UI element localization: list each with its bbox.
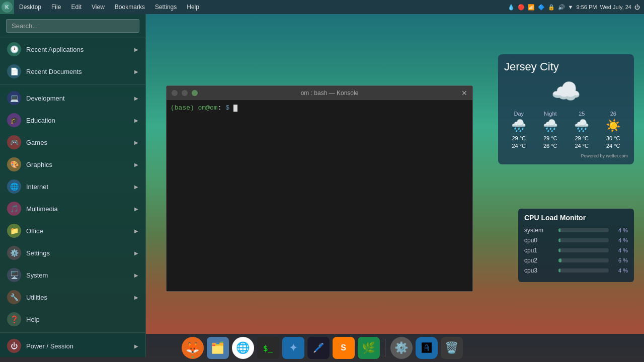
games-label: Games	[26, 139, 134, 146]
dropdown-icon[interactable]: ▼	[568, 4, 574, 10]
games-icon: 🎮	[7, 135, 21, 149]
dock-icon-settings[interactable]: ⚙️	[390, 337, 413, 359]
recent-apps-label: Recent Applications	[26, 46, 134, 53]
konsole-prompt-host: om	[210, 104, 218, 112]
cpu-row-cpu0: cpu0 4 %	[524, 237, 628, 244]
recent-docs-arrow: ▶	[134, 69, 138, 74]
menu-item-recent-docs[interactable]: 📄 Recent Documents ▶	[0, 60, 145, 82]
internet-arrow: ▶	[134, 184, 138, 190]
cpu-row-cpu2: cpu2 6 %	[524, 257, 628, 264]
window-maximize-button[interactable]	[192, 90, 198, 96]
dock-icon-firefox[interactable]: 🦊	[182, 337, 204, 359]
cpu-row-system: system 4 %	[524, 227, 628, 234]
dock-separator	[385, 339, 385, 357]
multimedia-arrow: ▶	[134, 206, 138, 212]
weather-day-0-icon: 🌧️	[504, 119, 534, 133]
system-icon: 🖥️	[7, 268, 21, 282]
weather-day-1-icon: 🌧️	[536, 119, 566, 133]
search-input[interactable]	[6, 19, 139, 33]
konsole-prompt-base: (base)	[171, 104, 198, 112]
kde-logo[interactable]: K	[0, 0, 14, 14]
dock-icon-files[interactable]: 🗂️	[207, 337, 229, 359]
menu-item-settings[interactable]: ⚙️ Settings ▶	[0, 242, 145, 264]
konsole-body[interactable]: (base) om@om: $	[167, 100, 472, 291]
cpu-monitor-widget: CPU Load Monitor system 4 % cpu0 4 % cpu…	[518, 209, 634, 282]
menu-item-development[interactable]: 💻 Development ▶	[0, 87, 145, 109]
cpu-bar-system	[558, 228, 560, 232]
search-bar	[0, 14, 145, 38]
graphics-icon: 🎨	[7, 157, 21, 171]
menu-item-help[interactable]: ❓ Help	[0, 308, 145, 330]
help-icon: ❓	[7, 312, 21, 326]
power-off-icon[interactable]: ⏻	[634, 4, 640, 10]
development-arrow: ▶	[134, 96, 138, 101]
power-session-icon: ⏻	[7, 339, 21, 353]
internet-icon: 🌐	[7, 179, 21, 194]
konsole-prompt-user: om	[198, 104, 206, 112]
window-close-button[interactable]	[172, 90, 178, 96]
menu-item-system[interactable]: 🖥️ System ▶	[0, 264, 145, 286]
menu-item-view[interactable]: View	[87, 0, 110, 14]
menu-item-help[interactable]: Help	[182, 0, 204, 14]
graphics-arrow: ▶	[134, 162, 138, 167]
system-arrow: ▶	[134, 273, 138, 278]
menu-item-bookmarks[interactable]: Bookmarks	[110, 0, 150, 14]
graphics-label: Graphics	[26, 161, 134, 168]
dock-icon-chrome[interactable]: 🌐	[232, 337, 254, 359]
power-icon[interactable]: 🔴	[518, 4, 525, 11]
menu-item-edit[interactable]: Edit	[66, 0, 87, 14]
weather-widget: Jersey City ☁️ Day 🌧️ 29 °C24 °C Night 🌧…	[498, 54, 634, 164]
menu-item-recent-apps[interactable]: 🕐 Recent Applications ▶	[0, 38, 145, 60]
clock: 9:56 PM	[576, 4, 597, 10]
menu-item-internet[interactable]: 🌐 Internet ▶	[0, 175, 145, 198]
wifi-icon[interactable]: 📶	[528, 4, 535, 11]
help-label: Help	[26, 316, 138, 323]
konsole-prompt-sep: :	[218, 104, 226, 112]
settings-icon: ⚙️	[7, 246, 21, 260]
dock-icon-pycharm[interactable]: 🖊️	[307, 337, 330, 359]
start-menu: 🕐 Recent Applications ▶ 📄 Recent Documen…	[0, 14, 146, 357]
menu-item-multimedia[interactable]: 🎵 Multimedia ▶	[0, 198, 145, 220]
office-icon: 📁	[7, 224, 21, 238]
dock-icon-sourcetree[interactable]: 🌿	[358, 337, 380, 359]
cpu-bar-cpu2	[558, 258, 561, 262]
utilities-icon: 🔧	[7, 290, 21, 304]
menu-item-utilities[interactable]: 🔧 Utilities ▶	[0, 286, 145, 308]
network-icon[interactable]: 💧	[508, 4, 515, 11]
konsole-close-icon[interactable]: ✕	[461, 89, 467, 97]
lock-icon[interactable]: 🔒	[548, 4, 555, 11]
weather-day-2: 25 🌧️ 29 °C24 °C	[567, 111, 597, 150]
weather-day-3-temp: 30 °C24 °C	[599, 135, 628, 150]
date: Wed July, 24	[600, 4, 631, 10]
dock-icon-vscode[interactable]: ✦	[282, 337, 304, 359]
utilities-label: Utilities	[26, 294, 134, 301]
taskbar-top: K Desktop File Edit View Bookmarks Setti…	[0, 0, 644, 14]
weather-day-3: 26 ☀️ 30 °C24 °C	[599, 111, 628, 150]
weather-day-0: Day 🌧️ 29 °C24 °C	[504, 111, 534, 150]
dock-icon-trash[interactable]: 🗑️	[441, 337, 463, 359]
weather-day-0-label: Day	[504, 111, 534, 117]
menu-item-settings[interactable]: Settings	[150, 0, 182, 14]
cpu-bar-cpu2-container	[558, 258, 609, 262]
menu-item-file[interactable]: File	[46, 0, 66, 14]
dock-icon-appstore[interactable]: 🅰	[416, 337, 438, 359]
menu-item-office[interactable]: 📁 Office ▶	[0, 220, 145, 242]
cpu-pct-cpu0: 4 %	[613, 237, 628, 243]
weather-day-2-icon: 🌧️	[567, 119, 597, 133]
menu-item-games[interactable]: 🎮 Games ▶	[0, 131, 145, 153]
window-minimize-button[interactable]	[182, 90, 188, 96]
dock-icon-sublime[interactable]: S	[333, 337, 355, 359]
menu-item-education[interactable]: 🎓 Education ▶	[0, 109, 145, 131]
menu-item-graphics[interactable]: 🎨 Graphics ▶	[0, 153, 145, 175]
settings-arrow: ▶	[134, 250, 138, 256]
cpu-label-cpu3: cpu3	[524, 267, 554, 274]
office-arrow: ▶	[134, 228, 138, 234]
utilities-arrow: ▶	[134, 295, 138, 300]
menu-item-desktop[interactable]: Desktop	[14, 0, 46, 14]
volume-icon[interactable]: 🔊	[558, 4, 565, 11]
dock-icon-terminal[interactable]: $_	[257, 337, 279, 359]
multimedia-icon: 🎵	[7, 202, 21, 216]
cpu-bar-cpu1-container	[558, 248, 609, 252]
menu-item-power[interactable]: ⏻ Power / Session ▶	[0, 335, 145, 357]
bluetooth-icon[interactable]: 🔷	[538, 4, 545, 11]
